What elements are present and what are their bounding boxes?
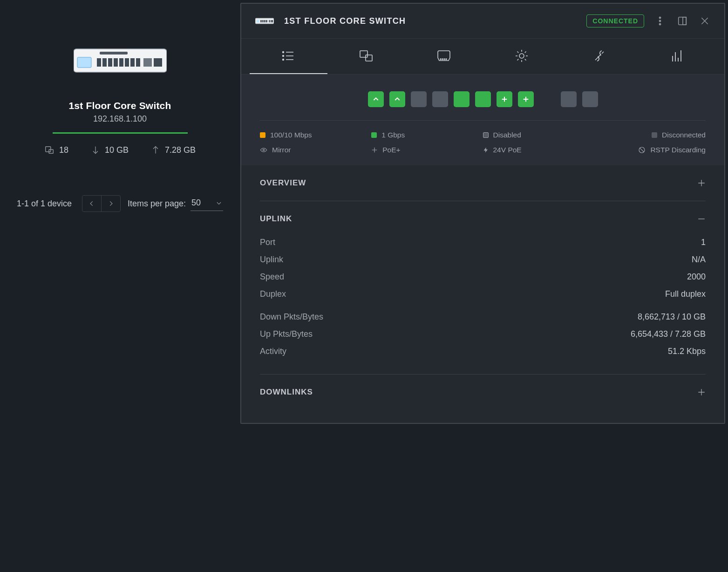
tab-details[interactable] [250, 39, 327, 74]
port-5[interactable] [454, 91, 469, 107]
section-uplink-title: UPLINK [260, 214, 292, 224]
details-panel: 1ST FLOOR CORE SWITCH CONNECTED [240, 3, 725, 424]
port-10[interactable] [561, 91, 577, 107]
stat-down: 10 GB [91, 145, 129, 155]
section-downlinks-header[interactable]: DOWNLINKS [260, 375, 706, 410]
svg-rect-14 [46, 147, 51, 152]
status-pill: CONNECTED [586, 14, 644, 27]
port-11[interactable] [582, 91, 598, 107]
stat-clients-value: 18 [59, 145, 68, 155]
chevron-up-icon [394, 95, 401, 103]
chevron-left-icon [88, 200, 95, 207]
items-per-page-select[interactable]: 50 [191, 196, 223, 211]
kv-key: Duplex [260, 289, 286, 299]
svg-point-25 [659, 20, 661, 22]
svg-rect-6 [108, 58, 112, 67]
tools-icon [592, 49, 606, 63]
svg-rect-19 [262, 20, 264, 22]
kv-value: 1 [701, 238, 706, 247]
kv-key: Down Pkts/Bytes [260, 312, 323, 322]
svg-rect-5 [102, 58, 107, 67]
svg-rect-7 [114, 58, 118, 67]
svg-point-35 [442, 59, 443, 60]
dock-button[interactable] [676, 14, 689, 27]
svg-rect-23 [271, 20, 273, 22]
tab-stats[interactable] [638, 39, 716, 74]
kv-row: Activity51.2 Kbps [260, 343, 706, 360]
minus-icon [697, 215, 706, 223]
port-1[interactable] [368, 91, 384, 107]
svg-point-38 [519, 54, 524, 58]
tab-config[interactable] [483, 39, 560, 74]
chevron-up-icon [372, 95, 380, 103]
pagination-row: 1-1 of 1 device Items per page: 50 [17, 195, 223, 212]
kv-row: UplinkN/A [260, 251, 706, 268]
legend-mirror: Mirror [260, 146, 371, 154]
svg-rect-20 [264, 20, 265, 22]
port-3[interactable] [411, 91, 427, 107]
tab-clients[interactable] [327, 39, 405, 74]
tab-ports[interactable] [405, 39, 483, 74]
svg-rect-12 [143, 58, 152, 67]
panel-header: 1ST FLOOR CORE SWITCH CONNECTED [241, 4, 724, 38]
section-uplink: UPLINK Port1UplinkN/ASpeed2000DuplexFull… [260, 201, 706, 375]
more-menu-button[interactable] [653, 14, 667, 27]
device-ip: 192.168.1.100 [93, 114, 147, 124]
section-overview-title: OVERVIEW [260, 178, 306, 188]
panel-title: 1ST FLOOR CORE SWITCH [284, 16, 406, 26]
legend-disabled: Disabled [483, 131, 594, 139]
ports-block: 100/10 Mbps 1 Gbps Disabled Disconnected… [241, 75, 724, 165]
svg-point-29 [283, 52, 284, 53]
port-6[interactable] [475, 91, 491, 107]
section-uplink-header[interactable]: UPLINK [260, 201, 706, 237]
plus-icon [371, 147, 378, 153]
svg-point-36 [444, 59, 445, 60]
close-button[interactable] [698, 14, 711, 27]
port-2[interactable] [389, 91, 405, 107]
svg-point-30 [283, 55, 284, 57]
svg-point-39 [263, 149, 264, 150]
page-next-button[interactable] [101, 195, 121, 212]
kv-key: Uplink [260, 255, 283, 265]
plus-icon [697, 388, 706, 396]
svg-rect-10 [130, 58, 135, 67]
plus-icon [697, 179, 706, 187]
kv-row: Up Pkts/Bytes6,654,433 / 7.28 GB [260, 326, 706, 343]
device-card[interactable]: 1st Floor Core Switch 192.168.1.100 18 1… [17, 30, 223, 155]
legend-poeplus: PoE+ [371, 146, 483, 154]
page-prev-button[interactable] [82, 195, 102, 212]
kv-value: 8,662,713 / 10 GB [638, 312, 706, 322]
svg-rect-28 [683, 17, 686, 25]
stat-up-value: 7.28 GB [165, 145, 196, 155]
port-8[interactable] [518, 91, 534, 107]
svg-rect-27 [679, 17, 687, 25]
clients-icon [359, 49, 373, 62]
tab-tools[interactable] [560, 39, 638, 74]
switch-image [74, 44, 167, 77]
svg-rect-21 [266, 20, 267, 22]
legend-1g: 1 Gbps [371, 131, 483, 139]
svg-rect-32 [360, 51, 367, 57]
pager-buttons [82, 195, 121, 212]
section-downlinks-title: DOWNLINKS [260, 388, 313, 397]
svg-point-26 [659, 23, 661, 25]
svg-rect-33 [366, 55, 372, 61]
svg-rect-8 [119, 58, 123, 67]
plus-icon [501, 95, 508, 103]
section-overview-header[interactable]: OVERVIEW [260, 165, 706, 201]
svg-rect-11 [136, 58, 140, 67]
svg-rect-2 [77, 57, 91, 68]
svg-point-37 [446, 59, 447, 60]
device-name: 1st Floor Core Switch [68, 100, 171, 111]
port-7[interactable] [497, 91, 512, 107]
svg-point-31 [283, 59, 284, 61]
port-4[interactable] [432, 91, 448, 107]
kv-value: Full duplex [665, 289, 706, 299]
kv-key: Port [260, 238, 275, 247]
legend-100-10: 100/10 Mbps [260, 131, 371, 139]
kv-value: 2000 [687, 272, 706, 282]
close-icon [700, 16, 709, 26]
plus-icon [522, 95, 530, 103]
kv-key: Activity [260, 347, 286, 356]
legend-rstp: RSTP Discarding [594, 146, 706, 154]
